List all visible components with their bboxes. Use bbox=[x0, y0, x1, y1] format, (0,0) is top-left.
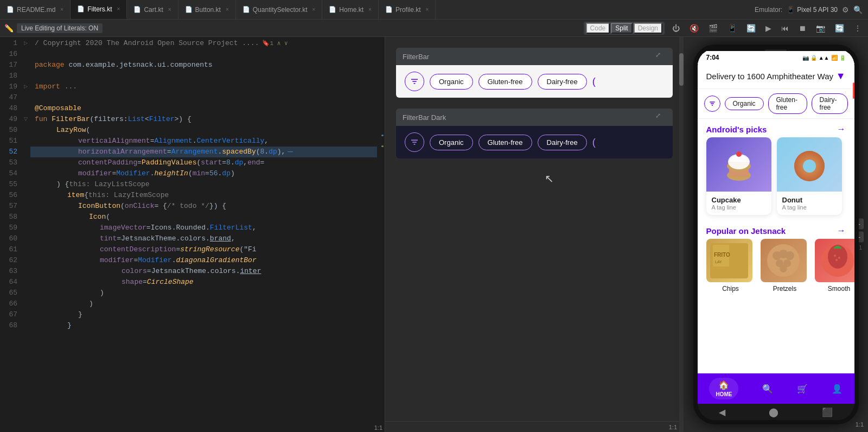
more-icon[interactable]: ⋮ bbox=[852, 24, 864, 33]
refresh-icon[interactable]: 🔄 bbox=[833, 24, 846, 33]
smoothie-name: Smooth bbox=[815, 285, 854, 293]
preview-scrollbar[interactable] bbox=[679, 37, 684, 432]
tab-readme[interactable]: 📄 README.md × bbox=[0, 0, 71, 19]
panel-header-light: FilterBar ⤢ bbox=[396, 48, 673, 65]
delivery-bar[interactable]: Delivery to 1600 Amphitheater Way ▼ bbox=[698, 64, 854, 89]
gutter-fold[interactable]: ▷ bbox=[22, 80, 30, 91]
cupcake-card[interactable]: Cupcake A tag line bbox=[706, 137, 771, 215]
filterbar-light-panel: FilterBar ⤢ Organic Gluten-free bbox=[396, 48, 673, 98]
live-editing-button[interactable]: Live Editing of Literals: ON bbox=[17, 23, 103, 33]
live-editing-label: Live Editing of Literals: ON bbox=[21, 24, 98, 32]
line-num: 17 bbox=[0, 60, 17, 71]
preview-scrollbar-thumb[interactable] bbox=[679, 53, 684, 86]
scale-label: 1:1 bbox=[374, 424, 382, 431]
mouse-cursor: ↖ bbox=[548, 175, 549, 186]
phone-chip-organic[interactable]: Organic bbox=[725, 97, 764, 110]
tab-filters[interactable]: 📄 Filters.kt × bbox=[71, 0, 127, 19]
filter-icon-dark[interactable] bbox=[405, 132, 424, 152]
code-line-18 bbox=[30, 71, 377, 81]
chip-glutenfree-light[interactable]: Gluten-free bbox=[478, 74, 532, 90]
phone-bottom-bar: ◀ ⬤ ⬛ bbox=[698, 404, 854, 420]
gutter-fold[interactable]: ▷ bbox=[22, 37, 30, 48]
more-chips-dark[interactable]: ( bbox=[592, 137, 596, 148]
donut-card[interactable]: Donut A tag line bbox=[777, 137, 842, 215]
tablet-icon[interactable]: 📱 bbox=[725, 24, 739, 33]
line-num: 58 bbox=[0, 212, 17, 223]
speaker-icon[interactable]: 🔇 bbox=[687, 24, 701, 33]
phone-filter-icon[interactable] bbox=[704, 96, 720, 112]
delivery-arrow-icon[interactable]: ▼ bbox=[836, 71, 846, 82]
line-numbers: 1 16 17 18 19 47 48 49 50 51 52 53 54 55… bbox=[0, 37, 22, 423]
line-num: 64 bbox=[0, 277, 17, 288]
close-icon[interactable]: × bbox=[60, 7, 63, 12]
smoothie-item[interactable]: Smooth bbox=[815, 239, 854, 293]
search-icon[interactable]: 🔍 bbox=[853, 5, 863, 14]
nav-cart[interactable]: 🛒 bbox=[797, 384, 808, 394]
power-icon[interactable]: ⏻ bbox=[670, 24, 682, 33]
recents-btn[interactable]: ⬛ bbox=[822, 407, 833, 417]
nav-search[interactable]: 🔍 bbox=[762, 384, 773, 394]
phone-rotate-icon[interactable]: 🔄 bbox=[744, 24, 758, 33]
cursor-area: ↖ bbox=[396, 169, 673, 191]
chip-organic-dark[interactable]: Organic bbox=[430, 135, 473, 150]
line-num: 47 bbox=[0, 92, 17, 103]
section-arrow-icon[interactable]: → bbox=[837, 124, 846, 134]
phone-chip-dairyfree[interactable]: Dairy-free bbox=[812, 93, 848, 114]
tab-home[interactable]: 📄 Home.kt × bbox=[322, 0, 379, 19]
svg-point-31 bbox=[838, 257, 840, 259]
chip-glutenfree-dark[interactable]: Gluten-free bbox=[478, 135, 532, 150]
pretzels-item[interactable]: Pretzels bbox=[761, 239, 809, 293]
code-content[interactable]: / Copyright 2020 The Android Open Source… bbox=[30, 37, 377, 423]
file-icon: 📄 bbox=[133, 6, 141, 13]
code-line-49: fun FilterBar ( filters: List < Filter >… bbox=[30, 114, 377, 125]
stop-icon[interactable]: ⏹ bbox=[796, 24, 808, 33]
filter-icon-light[interactable] bbox=[405, 72, 424, 91]
play-icon[interactable]: ▶ bbox=[763, 24, 774, 33]
svg-point-27 bbox=[780, 265, 787, 272]
close-icon[interactable]: × bbox=[426, 7, 429, 12]
close-icon[interactable]: × bbox=[226, 7, 229, 12]
chips-item[interactable]: FRITO LAY Chips bbox=[706, 239, 755, 293]
gutter-fold[interactable]: ▽ bbox=[22, 113, 30, 124]
rewind-icon[interactable]: ⏮ bbox=[779, 24, 791, 33]
popular-arrow-icon[interactable]: → bbox=[837, 226, 846, 236]
tab-quantity[interactable]: 📄 QuantitySelector.kt × bbox=[236, 0, 323, 19]
back-btn[interactable]: ◀ bbox=[719, 407, 725, 417]
more-chips-light[interactable]: ( bbox=[592, 76, 596, 87]
secondary-toolbar: ✏️ Live Editing of Literals: ON Code Spl… bbox=[0, 20, 868, 37]
svg-point-16 bbox=[803, 160, 816, 173]
code-view-btn[interactable]: Code bbox=[586, 23, 610, 34]
close-icon[interactable]: × bbox=[368, 7, 372, 12]
tab-button[interactable]: 📄 Button.kt × bbox=[178, 0, 236, 19]
home-btn[interactable]: ⬤ bbox=[769, 407, 778, 417]
video-icon[interactable]: 🎬 bbox=[706, 24, 720, 33]
chip-dairyfree-dark[interactable]: Dairy-free bbox=[538, 135, 587, 150]
camera-icon[interactable]: 📷 bbox=[814, 24, 827, 33]
line-num: 55 bbox=[0, 179, 17, 190]
top-bar-actions: Emulator: 📱 Pixel 5 API 30 ⚙ 🔍 bbox=[755, 5, 868, 14]
battery-icon: 🔋 bbox=[839, 55, 846, 61]
close-icon[interactable]: × bbox=[117, 6, 120, 12]
tab-profile[interactable]: 📄 Profile.kt × bbox=[379, 0, 436, 19]
donut-image bbox=[777, 137, 842, 192]
cupcake-name: Cupcake bbox=[712, 196, 766, 204]
code-line-47 bbox=[30, 92, 377, 103]
design-view-btn[interactable]: Design bbox=[634, 23, 662, 34]
code-line-68: } bbox=[30, 320, 377, 331]
chip-dairyfree-light[interactable]: Dairy-free bbox=[538, 74, 587, 90]
cart-nav-icon: 🛒 bbox=[797, 384, 808, 394]
split-view-btn[interactable]: Split bbox=[611, 23, 632, 34]
settings-icon[interactable]: ⚙ bbox=[842, 5, 849, 14]
close-icon[interactable]: × bbox=[312, 7, 316, 12]
close-icon[interactable]: × bbox=[168, 7, 171, 12]
nav-profile[interactable]: 👤 bbox=[832, 384, 843, 394]
phone-chip-glutenfree[interactable]: Gluten-free bbox=[768, 93, 807, 114]
nav-home[interactable]: 🏠 HOME bbox=[709, 378, 738, 399]
code-line-57: IconButton ( onClick = { /* todo */ }) { bbox=[30, 201, 377, 212]
chip-organic-light[interactable]: Organic bbox=[430, 74, 473, 90]
expand-icon-dark[interactable]: ⤢ bbox=[655, 112, 666, 123]
tab-cart[interactable]: 📄 Cart.kt × bbox=[127, 0, 178, 19]
profile-nav-icon: 👤 bbox=[832, 384, 843, 394]
line-num: 53 bbox=[0, 157, 17, 168]
expand-icon[interactable]: ⤢ bbox=[655, 51, 666, 62]
